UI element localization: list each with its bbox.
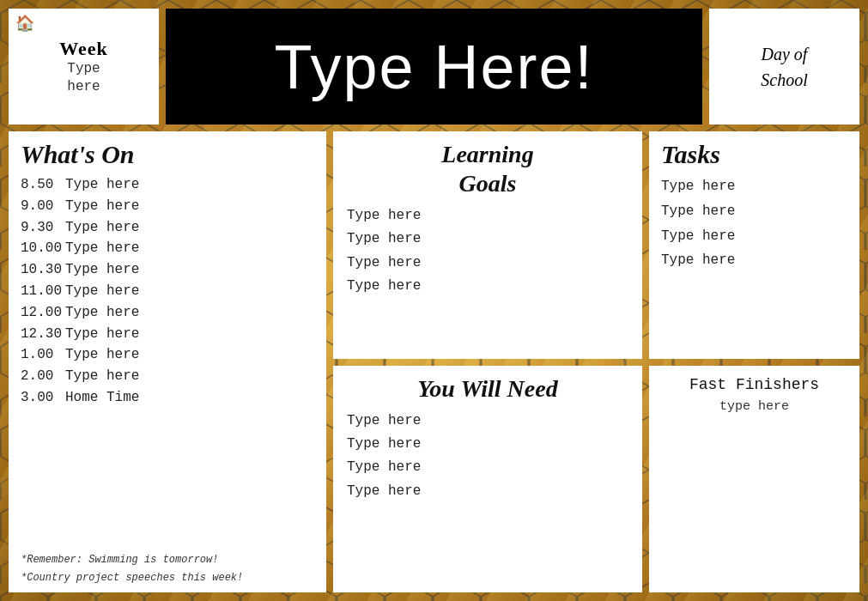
fast-finishers-panel: Fast Finishers type here [649, 366, 859, 593]
desc-200[interactable]: Type here [65, 366, 139, 387]
desc-100[interactable]: Type here [65, 344, 139, 366]
week-label: Week [59, 38, 108, 60]
need-4[interactable]: Type here [347, 480, 628, 503]
time-1230: 12.30 [21, 324, 65, 345]
goal-1[interactable]: Type here [347, 204, 628, 228]
day-label[interactable]: Day ofSchool [761, 41, 807, 93]
schedule-item-1100: 11.00 Type here [21, 281, 314, 302]
time-300: 3.00 [21, 387, 65, 409]
whats-on-title: What's On [21, 140, 314, 169]
time-1000: 10.00 [21, 238, 65, 259]
learning-goals-title: LearningGoals [347, 140, 628, 197]
time-1100: 11.00 [21, 281, 65, 302]
desc-1200[interactable]: Type here [65, 302, 139, 324]
right-col: Tasks Type here Type here Type here Type… [649, 131, 859, 592]
week-type-field[interactable]: Typehere [67, 60, 100, 96]
desc-850[interactable]: Type here [65, 174, 139, 196]
schedule-item-850: 8.50 Type here [21, 174, 314, 196]
schedule-item-930: 9.30 Type here [21, 217, 314, 239]
schedule-item-1200: 12.00 Type here [21, 302, 314, 324]
goal-2[interactable]: Type here [347, 228, 628, 251]
desc-1000[interactable]: Type here [65, 238, 139, 259]
schedule-item-100: 1.00 Type here [21, 344, 314, 366]
desc-930[interactable]: Type here [65, 217, 139, 239]
you-will-need-panel: You Will Need Type here Type here Type h… [333, 366, 642, 593]
task-4[interactable]: Type here [661, 248, 847, 273]
time-850: 8.50 [21, 174, 65, 196]
fast-finishers-content[interactable]: type here [661, 399, 847, 414]
time-1200: 12.00 [21, 302, 65, 324]
schedule-item-1230: 12.30 Type here [21, 324, 314, 345]
task-1[interactable]: Type here [661, 174, 847, 199]
reminder-2: *Country project speeches this week! [21, 571, 314, 586]
desc-1230[interactable]: Type here [65, 324, 139, 345]
need-2[interactable]: Type here [347, 433, 628, 456]
schedule-item-200: 2.00 Type here [21, 366, 314, 387]
time-900: 9.00 [21, 196, 65, 217]
main-row: What's On 8.50 Type here 9.00 Type here … [0, 124, 868, 601]
title-box: Type Here! [166, 9, 702, 124]
header-row: 🏠 Week Typehere Type Here! Day ofSchool [0, 0, 868, 124]
desc-300: Home Time [65, 387, 139, 409]
goal-3[interactable]: Type here [347, 252, 628, 275]
tasks-panel: Tasks Type here Type here Type here Type… [649, 131, 859, 359]
whats-on-panel: What's On 8.50 Type here 9.00 Type here … [9, 131, 326, 592]
home-icon: 🏠 [15, 14, 34, 33]
schedule-item-300: 3.00 Home Time [21, 387, 314, 409]
tasks-title: Tasks [661, 140, 847, 169]
goal-4[interactable]: Type here [347, 275, 628, 298]
time-100: 1.00 [21, 344, 65, 366]
day-box: Day ofSchool [709, 9, 859, 124]
task-3[interactable]: Type here [661, 224, 847, 249]
desc-1030[interactable]: Type here [65, 259, 139, 281]
page-layout: 🏠 Week Typehere Type Here! Day ofSchool … [0, 0, 868, 601]
time-930: 9.30 [21, 217, 65, 239]
schedule-item-1030: 10.30 Type here [21, 259, 314, 281]
time-1030: 10.30 [21, 259, 65, 281]
schedule-item-900: 9.00 Type here [21, 196, 314, 217]
you-will-need-title: You Will Need [347, 374, 628, 404]
need-3[interactable]: Type here [347, 456, 628, 479]
middle-col: LearningGoals Type here Type here Type h… [333, 131, 642, 592]
time-200: 2.00 [21, 366, 65, 387]
desc-900[interactable]: Type here [65, 196, 139, 217]
task-2[interactable]: Type here [661, 199, 847, 224]
week-box: 🏠 Week Typehere [9, 9, 159, 124]
main-title[interactable]: Type Here! [274, 32, 593, 102]
fast-finishers-title: Fast Finishers [661, 374, 847, 396]
reminder-1: *Remember: Swimming is tomorrow! [21, 553, 314, 568]
desc-1100[interactable]: Type here [65, 281, 139, 302]
learning-goals-panel: LearningGoals Type here Type here Type h… [333, 131, 642, 359]
schedule-item-1000: 10.00 Type here [21, 238, 314, 259]
need-1[interactable]: Type here [347, 410, 628, 433]
